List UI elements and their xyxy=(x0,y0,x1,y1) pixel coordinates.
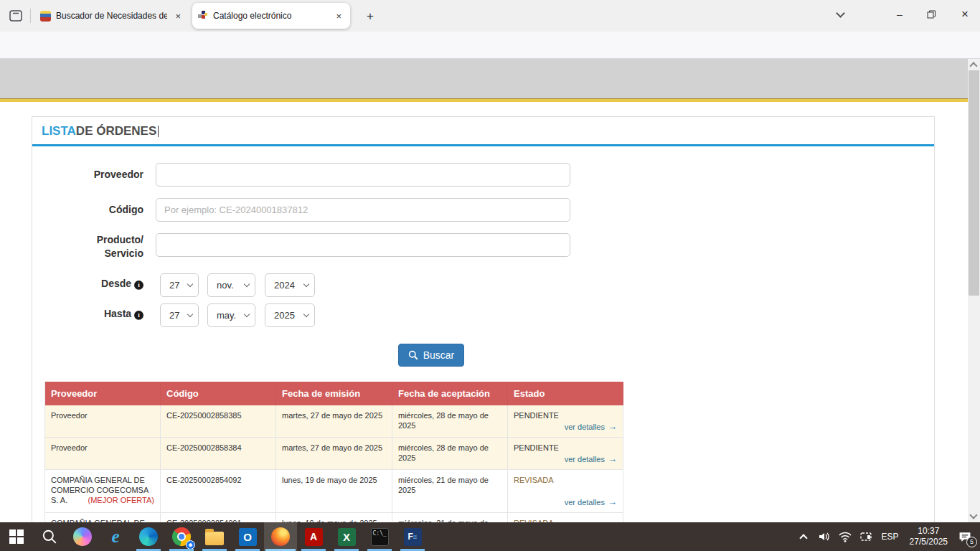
chrome-icon[interactable]: ☻ xyxy=(165,522,198,551)
col-fecha-aceptacion: Fecha de aceptación xyxy=(392,382,508,405)
cell-emision: martes, 27 de mayo de 2025 xyxy=(276,438,392,469)
excel-icon[interactable]: X xyxy=(330,522,363,551)
info-icon[interactable]: i xyxy=(134,281,143,290)
table-row: Proveedor CE-20250002858384 martes, 27 d… xyxy=(44,438,623,470)
desde-label: Desde i xyxy=(41,277,143,291)
sercop-favicon xyxy=(198,11,208,21)
clock[interactable]: 10:37 27/5/2025 xyxy=(907,526,951,547)
ecuador-favicon xyxy=(40,11,51,22)
language-indicator[interactable]: ESP xyxy=(879,532,902,542)
arrow-icon: → xyxy=(608,456,617,463)
restore-button[interactable] xyxy=(919,0,943,29)
codigo-label: Código xyxy=(41,203,143,217)
tab-label: Buscador de Necesidades de Co xyxy=(56,11,167,21)
cell-codigo: CE-20250002858384 xyxy=(161,438,276,469)
new-tab-button[interactable]: + xyxy=(361,7,380,26)
tray-chevron-up-icon[interactable] xyxy=(796,532,811,541)
cell-aceptacion: miércoles, 28 de mayo de 2025 xyxy=(392,438,508,469)
cell-emision: lunes, 19 de mayo de 2025 xyxy=(276,470,392,512)
system-tray: ESP 10:37 27/5/2025 5 xyxy=(796,522,974,551)
tray-time: 10:37 xyxy=(910,526,948,537)
firefox-view-icon[interactable] xyxy=(6,6,26,25)
col-estado: Estado xyxy=(508,382,623,405)
cell-estado: REVISADA ver detalles→ xyxy=(508,470,623,512)
status-badge: REVISADA xyxy=(514,475,617,485)
cell-estado: PENDIENTE ver detalles→ xyxy=(508,438,623,469)
ver-detalles-link[interactable]: ver detalles→ xyxy=(565,454,617,464)
finance-app-icon[interactable]: F≡ xyxy=(396,522,429,551)
buscar-button[interactable]: Buscar xyxy=(398,344,464,367)
hasta-month-select[interactable]: may. xyxy=(207,303,255,327)
info-icon[interactable]: i xyxy=(134,311,143,320)
cell-proveedor: Proveedor xyxy=(44,405,161,437)
arrow-icon: → xyxy=(608,499,617,506)
browser-urlbar: ← → https://catalogoelectronico.comprasp… xyxy=(0,32,980,59)
desde-day-select[interactable]: 27 xyxy=(160,273,199,297)
tray-date: 27/5/2025 xyxy=(910,537,948,547)
hasta-day-select[interactable]: 27 xyxy=(160,303,199,327)
scroll-up-icon[interactable] xyxy=(969,62,977,70)
firefox-icon[interactable] xyxy=(264,522,297,551)
start-button[interactable] xyxy=(0,522,33,551)
outlook-icon[interactable]: O xyxy=(231,522,264,551)
wifi-icon[interactable] xyxy=(837,532,853,542)
tab-buscador-necesidades[interactable]: Buscador de Necesidades de Co × xyxy=(34,4,189,28)
codigo-input[interactable] xyxy=(156,198,570,222)
col-proveedor: Proveedor xyxy=(44,382,161,405)
cell-proveedor: Proveedor xyxy=(44,438,161,469)
ver-detalles-link[interactable]: ver detalles→ xyxy=(565,422,617,432)
cell-proveedor: COMPAÑIA GENERAL DE COMERCIO COGECOMSA S… xyxy=(44,470,161,512)
orders-table: Proveedor Código Fecha de emisión Fecha … xyxy=(44,382,623,545)
hasta-year-select[interactable]: 2025 xyxy=(265,303,315,327)
mejor-oferta-badge: (MEJOR OFERTA) xyxy=(88,495,154,505)
browser-titlebar: Buscador de Necesidades de Co × Catálogo… xyxy=(0,0,980,32)
status-badge: PENDIENTE xyxy=(514,443,617,453)
taskbar-search-icon[interactable] xyxy=(33,522,66,551)
cell-aceptacion: miércoles, 28 de mayo de 2025 xyxy=(392,405,508,437)
minimize-button[interactable]: – xyxy=(887,0,912,29)
table-row: COMPAÑIA GENERAL DE COMERCIO COGECOMSA S… xyxy=(44,470,623,513)
ver-detalles-link[interactable]: ver detalles→ xyxy=(565,497,617,507)
search-icon xyxy=(408,350,418,360)
cell-codigo: CE-20250002858385 xyxy=(161,405,276,437)
hasta-label: Hasta i xyxy=(41,307,143,321)
cell-estado: PENDIENTE ver detalles→ xyxy=(508,405,623,437)
internet-explorer-icon[interactable]: e xyxy=(99,522,132,551)
virtual-desktop-icon[interactable] xyxy=(858,532,874,542)
scroll-down-icon[interactable] xyxy=(969,511,977,519)
producto-input[interactable] xyxy=(156,233,570,257)
tab-label: Catálogo electrónico xyxy=(213,11,328,21)
cell-aceptacion: miércoles, 21 de mayo de 2025 xyxy=(392,470,508,512)
desde-year-select[interactable]: 2024 xyxy=(265,273,315,297)
orders-panel: LISTA DE ÓRDENES Proveedor Código Produc… xyxy=(32,116,935,522)
page-content: LISTA DE ÓRDENES Proveedor Código Produc… xyxy=(0,102,968,522)
divider xyxy=(30,9,31,23)
volume-icon[interactable] xyxy=(816,531,832,542)
tab-close-icon[interactable]: × xyxy=(172,10,184,22)
desde-month-select[interactable]: nov. xyxy=(207,273,255,297)
producto-label: Producto/ Servicio xyxy=(57,233,143,260)
file-explorer-icon[interactable] xyxy=(198,522,231,551)
arrow-icon: → xyxy=(608,423,617,430)
col-fecha-emision: Fecha de emisión xyxy=(276,382,392,405)
tab-catalogo-electronico[interactable]: Catálogo electrónico × xyxy=(192,3,350,29)
scrollbar-thumb[interactable] xyxy=(969,70,979,296)
tab-close-icon[interactable]: × xyxy=(333,10,344,22)
close-window-button[interactable]: × xyxy=(953,0,977,29)
notifications-icon[interactable]: 5 xyxy=(956,531,974,543)
tab-list-chevron-icon[interactable] xyxy=(828,0,852,29)
table-row: Proveedor CE-20250002858385 martes, 27 d… xyxy=(44,405,623,438)
page-title: LISTA DE ÓRDENES xyxy=(32,117,934,146)
cell-codigo: CE-20250002854092 xyxy=(161,470,276,512)
text-cursor xyxy=(158,126,159,137)
status-badge: PENDIENTE xyxy=(514,410,617,420)
edge-icon[interactable] xyxy=(132,522,165,551)
proveedor-label: Proveedor xyxy=(41,168,143,182)
site-header: SERCOP SERVICIO NACIONAL DE CONTRATACIÓN… xyxy=(0,59,968,98)
cell-emision: martes, 27 de mayo de 2025 xyxy=(276,405,392,437)
cmd-icon[interactable]: C:\_ xyxy=(363,522,396,551)
copilot-icon[interactable] xyxy=(66,522,99,551)
proveedor-input[interactable] xyxy=(156,163,570,187)
table-header-row: Proveedor Código Fecha de emisión Fecha … xyxy=(44,382,623,405)
acrobat-icon[interactable]: A xyxy=(297,522,330,551)
